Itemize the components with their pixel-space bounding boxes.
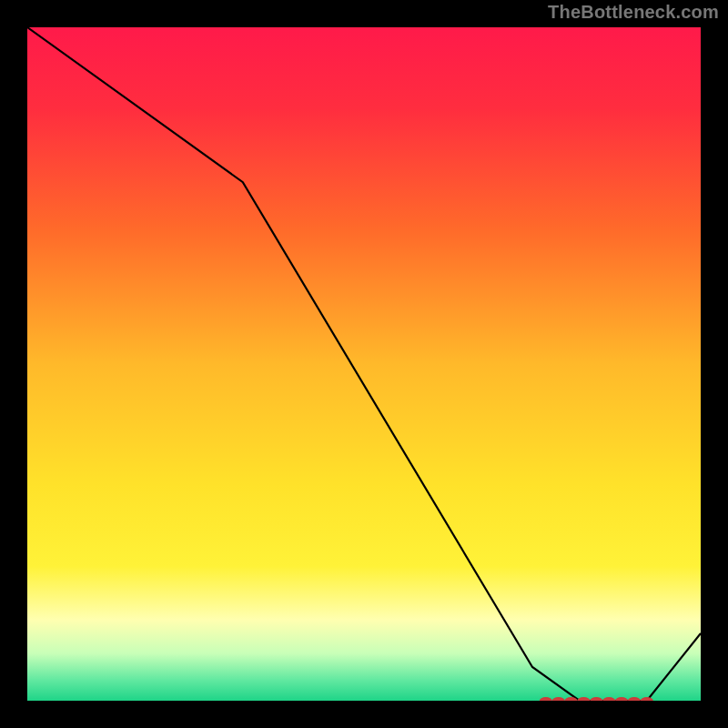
gradient-background (27, 27, 701, 701)
flat-region-markers (540, 697, 653, 701)
chart-container: TheBottleneck.com (0, 0, 728, 728)
chart-svg (27, 27, 701, 701)
plot-area (27, 27, 701, 701)
attribution-label: TheBottleneck.com (548, 2, 719, 23)
